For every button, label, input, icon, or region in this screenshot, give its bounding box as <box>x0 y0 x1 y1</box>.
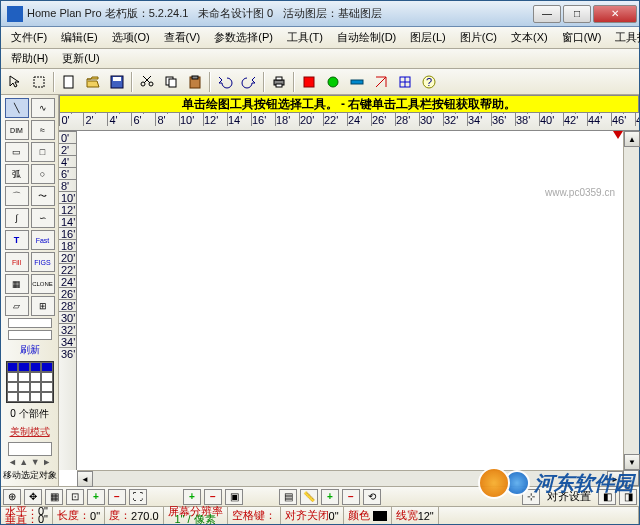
opt1-icon[interactable]: ◧ <box>598 489 616 505</box>
curve1-tool[interactable]: ⌒ <box>5 186 29 206</box>
vertical-ruler[interactable]: 0'2'4'6'8'10'12'14'16'18'20'22'24'26'28'… <box>59 131 77 470</box>
cut-icon[interactable] <box>136 71 158 93</box>
fit-icon[interactable]: ⛶ <box>129 489 147 505</box>
wave2-tool[interactable]: ∽ <box>31 208 55 228</box>
maximize-button[interactable]: □ <box>563 5 591 23</box>
zoom-in-icon[interactable]: + <box>87 489 105 505</box>
menu-text[interactable]: 文本(X) <box>505 28 554 47</box>
polyline-tool[interactable]: ∿ <box>31 98 55 118</box>
app-icon <box>7 6 23 22</box>
square-tool[interactable]: □ <box>31 142 55 162</box>
linetype-1[interactable] <box>8 318 52 328</box>
layer-icon[interactable]: ▤ <box>279 489 297 505</box>
svg-rect-5 <box>169 79 176 87</box>
menu-view[interactable]: 查看(V) <box>158 28 207 47</box>
minus2-icon[interactable]: − <box>204 489 222 505</box>
plus2-icon[interactable]: + <box>183 489 201 505</box>
tool-d-icon[interactable] <box>370 71 392 93</box>
menu-params[interactable]: 参数选择(P) <box>208 28 279 47</box>
tool-a-icon[interactable] <box>298 71 320 93</box>
zoom-out-icon[interactable]: − <box>108 489 126 505</box>
new-icon[interactable] <box>58 71 80 93</box>
hatch-tool[interactable]: ▦ <box>5 274 29 294</box>
circle-tool[interactable]: ○ <box>31 164 55 184</box>
misc-tool[interactable]: ⊞ <box>31 296 55 316</box>
bottom-toolbar: ⊕ ✥ ▦ ⊡ + − ⛶ + − ▣ ▤ 📏 + − ⟲ ⊹ 对齐设置 ◧ ◨ <box>1 486 639 506</box>
curve2-tool[interactable]: 〜 <box>31 186 55 206</box>
dim-tool[interactable]: DIM <box>5 120 29 140</box>
text-tool[interactable]: T <box>5 230 29 250</box>
wave-tool[interactable]: ≈ <box>31 120 55 140</box>
print-icon[interactable] <box>268 71 290 93</box>
measure-icon[interactable]: 📏 <box>300 489 318 505</box>
minus3-icon[interactable]: − <box>342 489 360 505</box>
refresh-button[interactable]: 刷新 <box>20 343 40 357</box>
tool-c-icon[interactable] <box>346 71 368 93</box>
horizontal-ruler[interactable]: 0'2'4'6'8'10'12'14'16'18'20'22'24'26'28'… <box>59 113 639 131</box>
menu-tools[interactable]: 工具(T) <box>281 28 329 47</box>
svg-rect-11 <box>304 77 314 87</box>
extent-icon[interactable]: ▣ <box>225 489 243 505</box>
pointer-tool-icon[interactable] <box>4 71 26 93</box>
grid-icon[interactable]: ▦ <box>45 489 63 505</box>
ruler-marker-icon <box>613 131 623 139</box>
menu-options[interactable]: 选项(O) <box>106 28 156 47</box>
menu-autodraw[interactable]: 自动绘制(D) <box>331 28 402 47</box>
tool-b-icon[interactable] <box>322 71 344 93</box>
line-tool[interactable]: ╲ <box>5 98 29 118</box>
vertical-scrollbar[interactable]: ▲ ▼ <box>623 131 639 470</box>
color-grid[interactable] <box>6 361 54 403</box>
scroll-left-icon[interactable]: ◄ <box>77 471 93 487</box>
scroll-down-icon[interactable]: ▼ <box>624 454 640 470</box>
close-button[interactable]: ✕ <box>593 5 637 23</box>
figs-tool[interactable]: FIGS <box>31 252 55 272</box>
menu-guide[interactable]: 工具指南 <box>609 28 640 47</box>
undo-icon[interactable] <box>214 71 236 93</box>
scroll-right-icon[interactable]: ► <box>607 471 623 487</box>
align-label[interactable]: 对齐设置 <box>543 489 595 504</box>
minimize-button[interactable]: — <box>533 5 561 23</box>
menu-file[interactable]: 文件(F) <box>5 28 53 47</box>
horizontal-scrollbar[interactable]: ◄ ► <box>77 470 623 486</box>
snap-icon[interactable]: ⊡ <box>66 489 84 505</box>
hint-bar: 单击绘图工具按钮选择工具。 - 右键单击工具栏按钮获取帮助。 <box>59 95 639 113</box>
menu-window[interactable]: 窗口(W) <box>556 28 608 47</box>
us-mode-link[interactable]: 美制模式 <box>10 425 50 439</box>
open-icon[interactable] <box>82 71 104 93</box>
parallel-tool[interactable]: ▱ <box>5 296 29 316</box>
arc-tool[interactable]: 弧 <box>5 164 29 184</box>
zoom-tool-icon[interactable]: ⊕ <box>3 489 21 505</box>
menu-pictures[interactable]: 图片(C) <box>454 28 503 47</box>
nudge-arrows[interactable]: ◄ ▲ ▼ ► <box>8 457 51 467</box>
color-swatch[interactable] <box>373 511 387 521</box>
opt2-icon[interactable]: ◨ <box>619 489 637 505</box>
plus3-icon[interactable]: + <box>321 489 339 505</box>
menu-edit[interactable]: 编辑(E) <box>55 28 104 47</box>
linetype-2[interactable] <box>8 330 52 340</box>
fill-tool[interactable]: Fill <box>5 252 29 272</box>
drawing-canvas[interactable]: www.pc0359.cn <box>77 131 623 470</box>
align-icon[interactable]: ⊹ <box>522 489 540 505</box>
menu-layers[interactable]: 图层(L) <box>404 28 451 47</box>
help-icon[interactable]: ? <box>418 71 440 93</box>
select-tool-icon[interactable] <box>28 71 50 93</box>
svg-text:?: ? <box>426 76 432 88</box>
reset-icon[interactable]: ⟲ <box>363 489 381 505</box>
pan-tool-icon[interactable]: ✥ <box>24 489 42 505</box>
redo-icon[interactable] <box>238 71 260 93</box>
save-icon[interactable] <box>106 71 128 93</box>
clone-tool[interactable]: CLONE <box>31 274 55 294</box>
svg-rect-3 <box>113 77 121 81</box>
menu-help[interactable]: 帮助(H) <box>5 49 54 68</box>
fast-text-tool[interactable]: Fast <box>31 230 55 250</box>
spline-tool[interactable]: ∫ <box>5 208 29 228</box>
copy-icon[interactable] <box>160 71 182 93</box>
main-toolbar: ? <box>1 69 639 95</box>
rect-tool[interactable]: ▭ <box>5 142 29 162</box>
watermark-url: www.pc0359.cn <box>545 187 615 198</box>
tool-e-icon[interactable] <box>394 71 416 93</box>
paste-icon[interactable] <box>184 71 206 93</box>
scroll-up-icon[interactable]: ▲ <box>624 131 640 147</box>
titlebar: Home Plan Pro 老朽版：5.2.24.1 未命名设计图 0 活动图层… <box>1 1 639 27</box>
menu-update[interactable]: 更新(U) <box>56 49 105 68</box>
